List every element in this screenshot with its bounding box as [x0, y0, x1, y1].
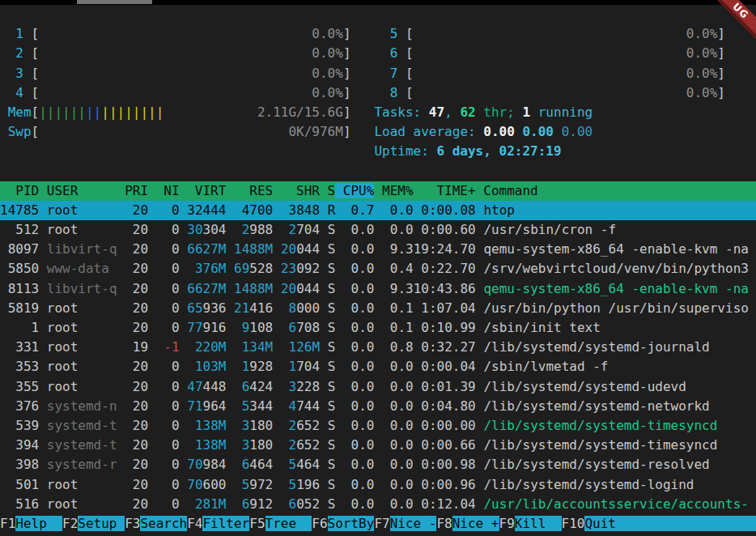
cpu-meter-row-2: 2 [ 0.0%] 6 [ 0.0%] [0, 44, 756, 63]
blank-line [0, 5, 756, 24]
cpu-meter-row-1: 1 [ 0.0%] 5 [ 0.0%] [0, 24, 756, 44]
process-row-539[interactable]: 539 systemd-t 20 0 138M 3180 2652 S 0.0 … [0, 416, 756, 436]
swap-meter-and-load: Swp[ 0K/976M] Load average: 0.00 0.00 0.… [0, 122, 756, 142]
process-row-8113[interactable]: 8113 libvirt-q 20 0 6627M 1488M 20044 S … [0, 279, 756, 299]
process-row-394[interactable]: 394 systemd-t 20 0 138M 3180 2652 S 0.0 … [0, 436, 756, 455]
fkey-f9[interactable]: F9Kill [499, 516, 562, 531]
process-row-5819[interactable]: 5819 root 20 0 65936 21416 8000 S 0.0 0.… [0, 299, 756, 318]
process-row-512[interactable]: 512 root 20 0 30304 2988 2704 S 0.0 0.0 … [0, 220, 756, 240]
function-key-bar: F1Help F2Setup F3SearchF4FilterF5Tree F6… [0, 514, 756, 534]
fkey-f10[interactable]: F10Quit [562, 516, 756, 531]
fkey-f4[interactable]: F4Filter [187, 516, 249, 531]
process-row-355[interactable]: 355 root 20 0 47448 6424 3228 S 0.0 0.0 … [0, 377, 756, 397]
process-row-1[interactable]: 1 root 20 0 77916 9108 6708 S 0.0 0.1 0:… [0, 318, 756, 338]
blank-line [0, 162, 756, 181]
fkey-f6[interactable]: F6SortBy [312, 516, 374, 531]
terminal-screen: 1 [ 0.0%] 5 [ 0.0%] 2 [ 0.0%] 6 [ 0.0%] … [0, 0, 756, 536]
process-row-8097[interactable]: 8097 libvirt-q 20 0 6627M 1488M 20044 S … [0, 240, 756, 259]
fkey-f2[interactable]: F2Setup [62, 516, 125, 531]
sort-column-cpu[interactable]: CPU% [335, 183, 374, 198]
mem-meter-and-tasks: Mem[|||||||||||||||| 2.11G/15.6G] Tasks:… [0, 103, 756, 122]
cpu-meter-row-4: 4 [ 0.0%] 8 [ 0.0%] [0, 83, 756, 103]
fkey-f8[interactable]: F8Nice + [436, 516, 499, 531]
process-row-516[interactable]: 516 root 20 0 281M 6912 6052 S 0.0 0.0 0… [0, 495, 756, 514]
uptime-line: Uptime: 6 days, 02:27:19 [0, 142, 756, 161]
process-table-header[interactable]: PID USER PRI NI VIRT RES SHR S CPU% MEM%… [0, 181, 756, 201]
process-row-501[interactable]: 501 root 20 0 70600 5972 5196 S 0.0 0.0 … [0, 475, 756, 495]
htop-terminal-output: 1 [ 0.0%] 5 [ 0.0%] 2 [ 0.0%] 6 [ 0.0%] … [0, 5, 756, 534]
cpu-meter-row-3: 3 [ 0.0%] 7 [ 0.0%] [0, 64, 756, 83]
process-row-353[interactable]: 353 root 20 0 103M 1928 1704 S 0.0 0.0 0… [0, 357, 756, 376]
fkey-f1[interactable]: F1Help [0, 516, 62, 531]
process-row-14785[interactable]: 14785 root 20 0 32444 4700 3848 R 0.7 0.… [0, 201, 756, 220]
fkey-f7[interactable]: F7Nice - [374, 516, 436, 531]
process-row-5850[interactable]: 5850 www-data 20 0 376M 69528 23092 S 0.… [0, 259, 756, 279]
fkey-f3[interactable]: F3Search [125, 516, 187, 531]
top-tab[interactable] [77, 0, 152, 4]
process-row-398[interactable]: 398 systemd-r 20 0 70984 6464 5464 S 0.0… [0, 455, 756, 474]
process-row-331[interactable]: 331 root 19 -1 220M 134M 126M S 0.0 0.8 … [0, 338, 756, 357]
fkey-f5[interactable]: F5Tree [249, 516, 312, 531]
process-row-376[interactable]: 376 systemd-n 20 0 71964 5344 4744 S 0.0… [0, 397, 756, 416]
